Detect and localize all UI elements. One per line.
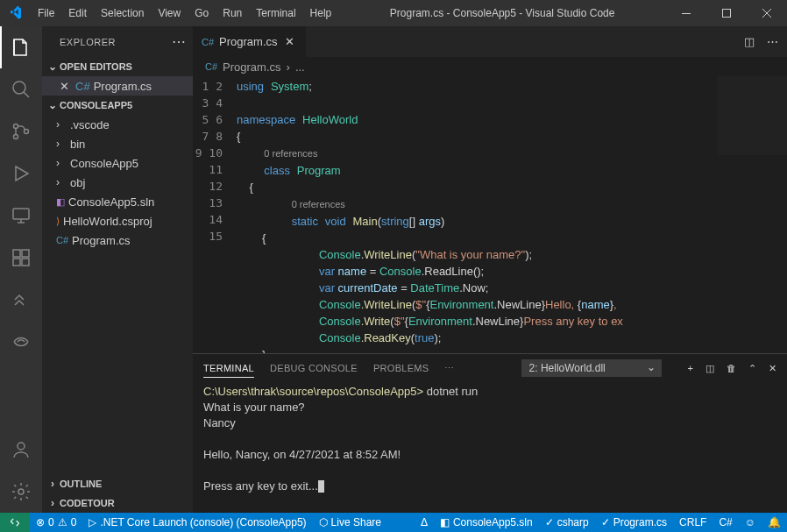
- breadcrumb-item[interactable]: ...: [295, 60, 305, 74]
- codelens-references[interactable]: 0 references: [292, 199, 345, 209]
- maximize-button[interactable]: [706, 0, 747, 26]
- chevron-right-icon: ›: [56, 138, 67, 150]
- codetour-header[interactable]: ›CODETOUR: [42, 493, 193, 513]
- close-panel-icon[interactable]: ✕: [769, 363, 776, 374]
- panel-tab-debug-console[interactable]: DEBUG CONSOLE: [270, 359, 358, 377]
- explorer-icon[interactable]: [0, 26, 42, 68]
- close-button[interactable]: [747, 0, 787, 26]
- tree-label: bin: [70, 138, 85, 151]
- check-icon: ✓: [545, 516, 554, 528]
- status-sln[interactable]: ◧ConsoleApp5.sln: [434, 513, 539, 532]
- settings-gear-icon[interactable]: [0, 471, 42, 513]
- tab-label: Program.cs: [219, 35, 277, 48]
- status-language[interactable]: C#: [713, 513, 738, 532]
- menu-go[interactable]: Go: [188, 0, 216, 26]
- svg-point-11: [18, 443, 25, 450]
- outline-header[interactable]: ›OUTLINE: [42, 474, 193, 493]
- chevron-right-icon: ›: [56, 176, 67, 188]
- status-liveshare[interactable]: ⬡Live Share: [313, 513, 387, 532]
- open-editors-header[interactable]: ⌄ OPEN EDITORS: [42, 57, 193, 76]
- svg-rect-7: [13, 250, 20, 257]
- chevron-right-icon: ›: [46, 478, 60, 490]
- csharp-file-icon: C#: [56, 235, 68, 245]
- minimize-button[interactable]: [666, 0, 706, 26]
- extensions-icon[interactable]: [0, 237, 42, 279]
- chevron-right-icon: ›: [287, 60, 290, 74]
- panel: TERMINAL DEBUG CONSOLE PROBLEMS ⋯ 2: Hel…: [193, 353, 787, 513]
- folder-obj[interactable]: ›obj: [42, 173, 193, 192]
- code-editor[interactable]: 1 2 3 4 5 6 7 8 9 10 11 12 13 14 15 usin…: [193, 76, 787, 353]
- codelens-references[interactable]: 0 references: [264, 148, 317, 159]
- remote-indicator-icon[interactable]: [0, 513, 30, 532]
- maximize-panel-icon[interactable]: ⌃: [748, 363, 756, 374]
- tab-program-cs[interactable]: C# Program.cs ✕: [193, 26, 307, 57]
- more-actions-icon[interactable]: ⋯: [767, 35, 778, 48]
- panel-tab-problems[interactable]: PROBLEMS: [373, 359, 429, 377]
- terminal-selector[interactable]: 2: HelloWorld.dll: [521, 359, 662, 377]
- tree-label: HelloWorld.csproj: [63, 215, 152, 228]
- file-csproj[interactable]: ⟩HelloWorld.csproj: [42, 211, 193, 231]
- file-sln[interactable]: ◧ConsoleApp5.sln: [42, 192, 193, 211]
- panel-tab-more-icon[interactable]: ⋯: [444, 359, 454, 378]
- menu-file[interactable]: File: [31, 0, 61, 26]
- status-errors[interactable]: ⊗0 ⚠0: [30, 513, 82, 532]
- csproj-file-icon: ⟩: [56, 216, 60, 227]
- file-program-cs[interactable]: C#Program.cs: [42, 231, 193, 250]
- status-flame[interactable]: ᐃ: [415, 513, 434, 532]
- close-tab-icon[interactable]: ✕: [283, 35, 297, 48]
- project-header[interactable]: ⌄ CONSOLEAPP5: [42, 96, 193, 115]
- liveshare-icon: ⬡: [319, 516, 328, 528]
- close-icon[interactable]: ✕: [60, 80, 72, 93]
- status-crlf[interactable]: CRLF: [673, 513, 713, 532]
- svg-point-4: [14, 135, 18, 139]
- azure-icon[interactable]: [0, 279, 42, 321]
- split-terminal-icon[interactable]: ◫: [705, 363, 714, 374]
- remote-explorer-icon[interactable]: [0, 195, 42, 237]
- open-editor-label: Program.cs: [94, 80, 152, 93]
- menu-terminal[interactable]: Terminal: [249, 0, 302, 26]
- run-debug-icon[interactable]: [0, 153, 42, 195]
- csharp-file-icon: C#: [75, 80, 90, 93]
- menu-edit[interactable]: Edit: [61, 0, 94, 26]
- open-editor-item[interactable]: ✕ C# Program.cs: [42, 76, 193, 96]
- folder-vscode[interactable]: ›.vscode: [42, 115, 193, 134]
- terminal-cursor: [318, 480, 324, 493]
- source-control-icon[interactable]: [0, 110, 42, 153]
- menu-view[interactable]: View: [151, 0, 188, 26]
- panel-tab-terminal[interactable]: TERMINAL: [203, 359, 254, 378]
- line-numbers: 1 2 3 4 5 6 7 8 9 10 11 12 13 14 15: [193, 76, 237, 353]
- menu-selection[interactable]: Selection: [94, 0, 151, 26]
- split-editor-icon[interactable]: ◫: [744, 35, 755, 48]
- status-notifications-icon[interactable]: 🔔: [762, 513, 787, 532]
- search-icon[interactable]: [0, 68, 42, 110]
- liveshare-icon[interactable]: [0, 321, 42, 363]
- solution-icon: ◧: [440, 516, 450, 528]
- editor-tabs: C# Program.cs ✕ ◫ ⋯: [193, 26, 787, 57]
- sidebar-more-icon[interactable]: ⋯: [172, 33, 187, 50]
- terminal-content[interactable]: C:\Users\thrak\source\repos\ConsoleApp5>…: [193, 382, 787, 513]
- svg-point-3: [14, 124, 18, 129]
- menu-bar: File Edit Selection View Go Run Terminal…: [31, 0, 338, 26]
- chevron-down-icon: ⌄: [46, 99, 60, 111]
- project-label: CONSOLEAPP5: [60, 100, 132, 110]
- tree-label: obj: [70, 176, 85, 189]
- menu-run[interactable]: Run: [216, 0, 249, 26]
- breadcrumb[interactable]: C# Program.cs › ...: [193, 57, 787, 76]
- tree-label: .vscode: [70, 118, 110, 131]
- account-icon[interactable]: [0, 429, 42, 471]
- kill-terminal-icon[interactable]: 🗑: [727, 363, 736, 374]
- code-content[interactable]: using System; namespace HelloWorld { 0 r…: [237, 76, 787, 353]
- status-program[interactable]: ✓Program.cs: [595, 513, 673, 532]
- minimap[interactable]: [717, 76, 787, 155]
- menu-help[interactable]: Help: [303, 0, 339, 26]
- svg-rect-10: [22, 250, 29, 257]
- breadcrumb-item[interactable]: Program.cs: [223, 60, 280, 74]
- status-feedback-icon[interactable]: ☺: [739, 513, 762, 532]
- sidebar-title: EXPLORER: [60, 37, 172, 47]
- csharp-file-icon: C#: [205, 61, 217, 72]
- new-terminal-icon[interactable]: +: [688, 363, 693, 374]
- folder-consoleapp5[interactable]: ›ConsoleApp5: [42, 153, 193, 173]
- status-launch-config[interactable]: ▷.NET Core Launch (console) (ConsoleApp5…: [82, 513, 312, 532]
- status-csharp[interactable]: ✓csharp: [539, 513, 595, 532]
- folder-bin[interactable]: ›bin: [42, 134, 193, 153]
